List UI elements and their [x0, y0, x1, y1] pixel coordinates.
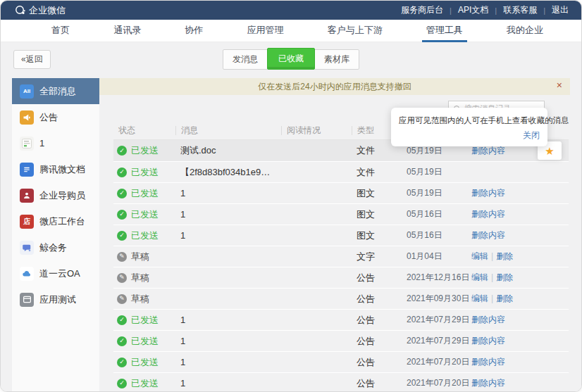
action-link[interactable]: 删除内容: [471, 146, 505, 156]
sidebar-item-app-test[interactable]: 应用测试: [12, 286, 99, 312]
message-cell: 1: [175, 357, 281, 367]
tab-collected[interactable]: 已收藏: [267, 48, 315, 70]
app-window: 企业微信 服务商后台|API文档|联系客服|退出 首页通讯录协作应用管理客户与上…: [0, 0, 582, 392]
date-cell: 2021年12月16日: [407, 272, 471, 284]
status-cell: ✓已发送: [113, 229, 175, 242]
status-label: 已发送: [131, 187, 159, 200]
nav-item-home[interactable]: 首页: [47, 20, 74, 42]
actions-cell: 删除内容: [471, 145, 531, 157]
type-cell: 公告: [352, 293, 407, 305]
message-cell: 1: [175, 336, 281, 346]
notice-close-icon[interactable]: ×: [557, 80, 562, 90]
document-icon: [20, 163, 34, 177]
date-cell: 2021年07月29日: [407, 335, 471, 347]
tab-send-message[interactable]: 发消息: [223, 49, 268, 70]
actions-cell: 删除内容: [471, 208, 531, 220]
column-header-2: 消息: [175, 126, 281, 135]
sidebar-item-daoyiyun-oa[interactable]: 道一云OA: [12, 260, 99, 286]
back-button[interactable]: «返回: [13, 50, 51, 69]
actions-cell: 删除内容: [471, 187, 531, 199]
nav-item-contacts[interactable]: 通讯录: [109, 20, 145, 42]
nav-item-customers-upstream-downstream[interactable]: 客户与上下游: [323, 20, 387, 42]
action-link[interactable]: 删除内容: [471, 336, 505, 346]
sidebar-item-guide-staff[interactable]: 企业导购员: [12, 182, 99, 208]
action-link[interactable]: 删除内容: [471, 230, 505, 240]
action-link[interactable]: 删除内容: [471, 315, 505, 324]
star-tooltip: 应用可见范围内的人可在手机上查看收藏的消息 关闭: [391, 108, 547, 146]
action-link[interactable]: 编辑: [471, 272, 488, 282]
status-label: 草稿: [131, 293, 149, 305]
action-link[interactable]: 删除: [496, 293, 513, 303]
action-link[interactable]: 删除内容: [471, 378, 505, 388]
message-cell: 1: [175, 230, 281, 241]
table-row: ✎草稿公告2021年09月30日编辑|删除: [113, 288, 569, 309]
date-cell: 2021年07月20日: [407, 356, 471, 368]
status-cell: ✓已发送: [113, 335, 175, 348]
action-link[interactable]: 删除内容: [471, 357, 505, 367]
star-icon[interactable]: ★: [545, 146, 554, 156]
tab-material-library[interactable]: 素材库: [314, 49, 359, 70]
status-cell: ✎草稿: [113, 293, 175, 305]
action-link[interactable]: 编辑: [471, 251, 488, 261]
message-cell: 测试.doc: [175, 144, 281, 157]
all-badge-icon: All: [20, 84, 34, 99]
topbar-link-service-provider-console[interactable]: 服务商后台: [401, 4, 443, 16]
status-label: 草稿: [131, 251, 149, 263]
date-cell: 2021年07月29日: [407, 314, 471, 326]
shop-icon: 店: [20, 215, 34, 229]
actions-cell: 编辑|删除: [471, 293, 531, 305]
action-link[interactable]: 编辑: [471, 293, 488, 303]
column-header-3: 阅读情况: [281, 126, 352, 135]
topbar-link-logout[interactable]: 退出: [552, 4, 569, 16]
topbar-link-separator: |: [495, 6, 497, 15]
topbar-link-api-docs[interactable]: API文档: [458, 4, 488, 16]
sidebar-item-whale-meeting[interactable]: 鲸会务: [12, 234, 99, 260]
status-label: 草稿: [131, 272, 149, 284]
topbar-link-contact-support[interactable]: 联系客服: [503, 4, 537, 16]
tooltip-close-link[interactable]: 关闭: [399, 129, 540, 141]
action-link[interactable]: 删除: [496, 272, 513, 282]
table-row: ✓已发送1图文05月19日删除内容: [113, 182, 569, 203]
date-cell: 05月19日: [407, 187, 471, 199]
status-cell: ✓已发送: [113, 187, 175, 200]
message-tabs: 发消息已收藏素材库: [223, 49, 359, 70]
status-cell: ✓已发送: [113, 356, 175, 369]
nav-item-admin-tools[interactable]: 管理工具: [422, 20, 467, 42]
actions-cell: 删除内容: [471, 314, 531, 326]
table-row: ✓已发送1公告2021年07月20日删除内容: [113, 351, 569, 372]
sidebar-item-announcement[interactable]: 公告: [12, 104, 99, 130]
app-window-icon: [20, 293, 34, 307]
actions-cell: 删除内容: [471, 356, 531, 368]
date-cell: 05月19日: [407, 166, 471, 178]
status-sent-icon: ✓: [117, 379, 127, 388]
topbar: 企业微信 服务商后台|API文档|联系客服|退出: [1, 1, 581, 20]
list-icon: [20, 137, 34, 151]
action-link[interactable]: 删除内容: [471, 188, 505, 198]
action-link[interactable]: 删除内容: [471, 209, 505, 219]
status-cell: ✓已发送: [113, 377, 175, 390]
type-cell: 图文: [352, 229, 407, 242]
status-cell: ✓已发送: [113, 144, 175, 157]
nav-item-my-company[interactable]: 我的企业: [502, 20, 547, 42]
action-link[interactable]: 删除: [496, 251, 513, 261]
status-label: 已发送: [131, 377, 159, 390]
sidebar-item-tencent-docs[interactable]: 腾讯微文档: [12, 156, 99, 182]
sidebar-item-app-1[interactable]: 1: [12, 130, 99, 156]
sidebar-item-all-messages[interactable]: All全部消息: [12, 78, 99, 104]
sidebar-item-label: 企业导购员: [39, 189, 85, 202]
nav-item-collaboration[interactable]: 协作: [180, 20, 207, 42]
type-cell: 文件: [352, 166, 407, 179]
sidebar-item-label: 腾讯微文档: [39, 163, 85, 176]
table-row: ✎草稿公告2021年12月16日编辑|删除: [113, 267, 569, 288]
status-sent-icon: ✓: [117, 231, 127, 241]
topbar-link-separator: |: [450, 6, 452, 15]
sidebar-item-weidian-workbench[interactable]: 店微店工作台: [12, 208, 99, 234]
wework-logo[interactable]: 企业微信: [15, 4, 66, 17]
status-label: 已发送: [131, 314, 159, 327]
status-sent-icon: ✓: [117, 146, 127, 156]
date-cell: 05月16日: [407, 208, 471, 220]
nav-item-app-management[interactable]: 应用管理: [242, 20, 287, 42]
status-cell: ✎草稿: [113, 251, 175, 263]
status-sent-icon: ✓: [117, 210, 127, 220]
action-separator: |: [491, 293, 493, 303]
